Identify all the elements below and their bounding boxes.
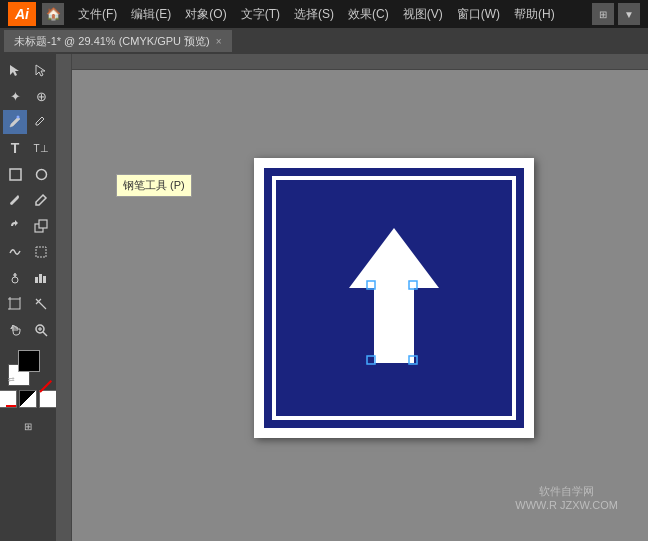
pen-tool-tooltip: 钢笔工具 (P) [116, 174, 192, 197]
swap-colors-icon[interactable]: ⇄ [8, 375, 15, 384]
svg-rect-8 [39, 274, 42, 283]
app-logo: Ai [8, 2, 36, 26]
menu-bar: 文件(F) 编辑(E) 对象(O) 文字(T) 选择(S) 效果(C) 视图(V… [72, 4, 592, 25]
sign-background [264, 168, 524, 428]
screen-mode-button[interactable]: ⊞ [16, 414, 40, 438]
slice-tool[interactable] [29, 292, 53, 316]
pencil-tool[interactable] [29, 188, 53, 212]
tab-close-button[interactable]: × [216, 36, 222, 47]
artboard-tool[interactable] [3, 292, 27, 316]
menu-object[interactable]: 对象(O) [179, 4, 232, 25]
fill-stroke-row [0, 390, 57, 408]
color-swatches: ⇄ [8, 348, 48, 386]
rotate-tool[interactable] [3, 214, 27, 238]
tool-row-shape [0, 162, 56, 186]
menu-file[interactable]: 文件(F) [72, 4, 123, 25]
direct-selection-tool[interactable] [29, 58, 53, 82]
watermark-line1: 软件自学网 [515, 484, 618, 499]
svg-rect-7 [35, 277, 38, 283]
tab-title: 未标题-1* @ 29.41% (CMYK/GPU 预览) [14, 34, 210, 49]
zoom-tool[interactable] [29, 318, 53, 342]
grid-view-button[interactable]: ⊞ [592, 3, 614, 25]
canvas-area[interactable]: 钢笔工具 (P) 软件自学网 WWW.R JZXW.COM [56, 54, 648, 541]
tool-row-type: T T⊥ [0, 136, 56, 160]
menu-help[interactable]: 帮助(H) [508, 4, 561, 25]
tool-row-artboard [0, 292, 56, 316]
svg-line-16 [43, 332, 47, 336]
tool-row-pen [0, 110, 56, 134]
magic-wand-tool[interactable]: ✦ [3, 84, 27, 108]
artboard [254, 158, 534, 438]
menu-effect[interactable]: 效果(C) [342, 4, 395, 25]
horizontal-ruler [56, 54, 648, 70]
gradient-indicator[interactable] [19, 390, 37, 408]
vertical-type-tool[interactable]: T⊥ [29, 136, 53, 160]
free-transform-tool[interactable] [29, 240, 53, 264]
type-tool[interactable]: T [3, 136, 27, 160]
anchor-point-tool[interactable] [29, 110, 53, 134]
vertical-ruler [56, 54, 72, 541]
svg-point-2 [36, 169, 46, 179]
menu-text[interactable]: 文字(T) [235, 4, 286, 25]
symbol-sprayer-tool[interactable] [3, 266, 27, 290]
paintbrush-tool[interactable] [3, 188, 27, 212]
foreground-color-swatch[interactable] [18, 350, 40, 372]
menu-select[interactable]: 选择(S) [288, 4, 340, 25]
tool-row-brush [0, 188, 56, 212]
main-layout: ✦ ⊕ T T⊥ [0, 54, 648, 541]
sign-border [272, 176, 516, 420]
tool-row-warp [0, 240, 56, 264]
menu-view[interactable]: 视图(V) [397, 4, 449, 25]
fill-indicator[interactable] [0, 390, 17, 408]
lasso-tool[interactable]: ⊕ [29, 84, 53, 108]
svg-rect-10 [10, 299, 20, 309]
hand-tool[interactable] [3, 318, 27, 342]
menu-window[interactable]: 窗口(W) [451, 4, 506, 25]
tab-bar: 未标题-1* @ 29.41% (CMYK/GPU 预览) × [0, 28, 648, 54]
active-tab[interactable]: 未标题-1* @ 29.41% (CMYK/GPU 预览) × [4, 30, 232, 52]
svg-rect-1 [10, 169, 21, 180]
screen-mode-row: ⊞ [16, 414, 40, 438]
rectangle-tool[interactable] [3, 162, 27, 186]
tool-row-transform [0, 214, 56, 238]
menu-edit[interactable]: 编辑(E) [125, 4, 177, 25]
svg-rect-4 [39, 220, 47, 228]
svg-rect-9 [43, 276, 46, 283]
warp-tool[interactable] [3, 240, 27, 264]
window-controls: ⊞ ▼ [592, 3, 640, 25]
tool-row-graph [0, 266, 56, 290]
pen-tool[interactable] [3, 110, 27, 134]
scale-tool[interactable] [29, 214, 53, 238]
svg-point-0 [17, 116, 20, 119]
home-button[interactable]: 🏠 [42, 3, 64, 25]
titlebar: Ai 🏠 文件(F) 编辑(E) 对象(O) 文字(T) 选择(S) 效果(C)… [0, 0, 648, 28]
watermark-line2: WWW.R JZXW.COM [515, 499, 618, 511]
toolbar: ✦ ⊕ T T⊥ [0, 54, 56, 541]
svg-point-6 [12, 277, 18, 283]
selection-tool[interactable] [3, 58, 27, 82]
tool-row-magic: ✦ ⊕ [0, 84, 56, 108]
none-indicator[interactable] [39, 390, 57, 408]
tool-row-select [0, 58, 56, 82]
svg-rect-5 [36, 247, 46, 257]
column-graph-tool[interactable] [29, 266, 53, 290]
watermark: 软件自学网 WWW.R JZXW.COM [515, 484, 618, 511]
menu-extra[interactable]: ▼ [618, 3, 640, 25]
ellipse-tool[interactable] [29, 162, 53, 186]
tool-row-hand [0, 318, 56, 342]
